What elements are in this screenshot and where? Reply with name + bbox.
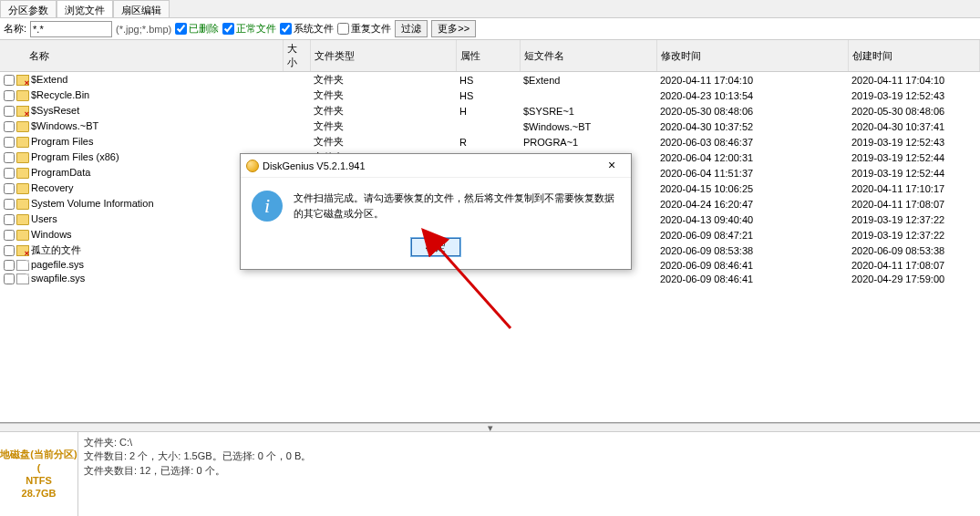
folder-icon <box>16 183 29 194</box>
folder-icon <box>16 230 29 241</box>
ext-hint: (*.jpg;*.bmp) <box>116 24 171 35</box>
row-checkbox[interactable] <box>4 106 15 117</box>
tab-partition-params[interactable]: 分区参数 <box>0 0 57 17</box>
row-checkbox[interactable] <box>4 137 15 148</box>
scan-complete-dialog: DiskGenius V5.2.1.941 × i 文件扫描完成。请勾选要恢复的… <box>240 153 632 270</box>
dialog-title-text: DiskGenius V5.2.1.941 <box>263 160 366 171</box>
row-checkbox[interactable] <box>4 168 15 179</box>
table-row[interactable]: $SysReset文件夹H$SYSRE~12020-05-30 08:48:06… <box>0 103 980 119</box>
file-name: 孤立的文件 <box>31 244 81 255</box>
row-checkbox[interactable] <box>4 230 15 241</box>
file-name: $Extend <box>31 74 67 85</box>
chk-deleted[interactable]: 已删除 <box>175 22 219 36</box>
horizontal-splitter[interactable]: ▾ <box>0 423 980 432</box>
partition-summary[interactable]: 地磁盘(当前分区)( NTFS 28.7GB <box>0 432 78 516</box>
col-ctime[interactable]: 创建时间 <box>848 40 980 72</box>
file-name: swapfile.sys <box>31 273 85 284</box>
row-checkbox[interactable] <box>4 183 15 194</box>
filter-button[interactable]: 过滤 <box>395 20 428 37</box>
folder-icon <box>16 214 29 225</box>
view-tabs: 分区参数 浏览文件 扇区编辑 <box>0 0 980 18</box>
name-label: 名称: <box>4 22 26 36</box>
folder-icon <box>16 137 29 148</box>
table-row[interactable]: $Extend文件夹HS$Extend2020-04-11 17:04:1020… <box>0 72 980 88</box>
dialog-titlebar[interactable]: DiskGenius V5.2.1.941 × <box>241 154 631 178</box>
row-checkbox[interactable] <box>4 121 15 132</box>
selection-summary: 文件夹: C:\ 文件数目: 2 个，大小: 1.5GB。已选择: 0 个，0 … <box>78 432 980 516</box>
file-icon <box>16 273 29 284</box>
file-name: System Volume Information <box>31 198 154 209</box>
row-checkbox[interactable] <box>4 90 15 101</box>
file-name: pagefile.sys <box>31 259 84 270</box>
more-button[interactable]: 更多>> <box>431 20 476 37</box>
file-icon <box>16 260 29 271</box>
table-row[interactable]: swapfile.sys2020-06-09 08:46:412020-04-2… <box>0 272 980 285</box>
app-icon <box>246 160 259 172</box>
folder-icon <box>16 106 29 117</box>
filter-toolbar: 名称: (*.jpg;*.bmp) 已删除 正常文件 系统文件 重复文件 过滤 … <box>0 18 980 40</box>
row-checkbox[interactable] <box>4 75 15 86</box>
col-size[interactable]: 大小 <box>283 40 310 72</box>
bottom-panel: 地磁盘(当前分区)( NTFS 28.7GB 文件夹: C:\ 文件数目: 2 … <box>0 432 980 516</box>
folder-icon <box>16 121 29 132</box>
file-name: Users <box>31 213 57 224</box>
folder-icon <box>16 168 29 179</box>
col-mtime[interactable]: 修改时间 <box>656 40 848 72</box>
col-type[interactable]: 文件类型 <box>310 40 456 72</box>
file-name: $SysReset <box>31 105 79 116</box>
chk-normal[interactable]: 正常文件 <box>222 22 276 36</box>
file-name: ProgramData <box>31 167 90 178</box>
file-name: Recovery <box>31 182 73 193</box>
folder-icon <box>16 245 29 256</box>
grid-header: 名称 大小 文件类型 属性 短文件名 修改时间 创建时间 <box>0 40 980 72</box>
file-name: Program Files (x86) <box>31 151 119 162</box>
table-row[interactable]: Program Files文件夹RPROGRA~12020-06-03 08:4… <box>0 134 980 150</box>
close-icon[interactable]: × <box>598 157 625 175</box>
chk-rename[interactable]: 重复文件 <box>337 22 391 36</box>
row-checkbox[interactable] <box>4 245 15 256</box>
col-name[interactable]: 名称 <box>0 40 283 72</box>
table-row[interactable]: $Recycle.Bin文件夹HS2020-04-23 10:13:542019… <box>0 88 980 103</box>
row-checkbox[interactable] <box>4 214 15 225</box>
dialog-message: 文件扫描完成。请勾选要恢复的文件，然后将文件复制到不需要恢复数据的其它磁盘或分区… <box>294 191 620 221</box>
tab-browse-files[interactable]: 浏览文件 <box>57 0 113 17</box>
chk-system[interactable]: 系统文件 <box>280 22 334 36</box>
name-filter-input[interactable] <box>30 21 112 37</box>
file-name: Program Files <box>31 136 93 147</box>
file-name: $Recycle.Bin <box>31 89 89 100</box>
file-name: $Windows.~BT <box>31 120 98 131</box>
folder-icon <box>16 90 29 101</box>
row-checkbox[interactable] <box>4 260 15 271</box>
file-name: Windows <box>31 229 72 240</box>
row-checkbox[interactable] <box>4 273 15 284</box>
folder-icon <box>16 75 29 86</box>
col-short[interactable]: 短文件名 <box>520 40 656 72</box>
info-icon: i <box>252 191 283 222</box>
folder-icon <box>16 199 29 210</box>
folder-icon <box>16 152 29 163</box>
table-row[interactable]: $Windows.~BT文件夹$Windows.~BT2020-04-30 10… <box>0 119 980 134</box>
row-checkbox[interactable] <box>4 152 15 163</box>
col-attr[interactable]: 属性 <box>456 40 520 72</box>
tab-sector-edit[interactable]: 扇区编辑 <box>113 0 170 17</box>
row-checkbox[interactable] <box>4 199 15 210</box>
ok-button[interactable]: 确定 <box>411 238 460 256</box>
